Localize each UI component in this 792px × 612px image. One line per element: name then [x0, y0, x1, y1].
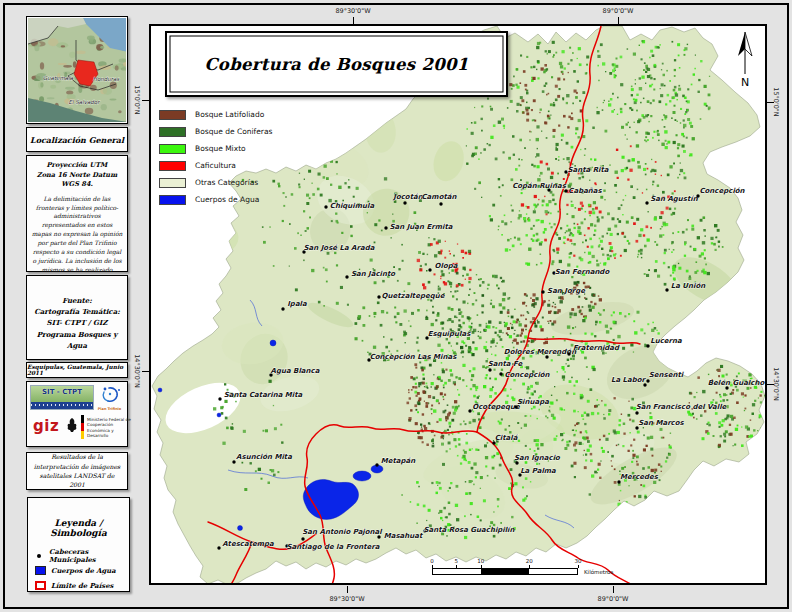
map-legend-label: Caficultura: [195, 161, 236, 170]
plan-trifinio-logo-text: Plan Trifinio: [96, 407, 123, 411]
legend-item-label: Cabeceras Municipales: [49, 548, 123, 564]
town-dot: [428, 268, 431, 271]
town-label: Cabañas: [568, 187, 602, 195]
town-label: Sensenti: [649, 371, 685, 379]
town-label: Quetzaltepeque: [382, 292, 446, 300]
locator-country-label: Guatemala: [43, 75, 74, 81]
town-dot: [696, 194, 699, 197]
coordinate-tick: [767, 102, 774, 103]
town-dot: [635, 411, 638, 414]
town-label: Santa Fe: [488, 360, 524, 368]
scale-tick-label: 0: [430, 558, 434, 564]
town-dot: [488, 368, 491, 371]
locator-country-label: El Salvador: [69, 99, 102, 105]
legend-title: Leyenda / Simbología: [34, 518, 123, 538]
town-dot: [514, 405, 517, 408]
sit-ctpt-logo-banner: [31, 402, 93, 409]
sit-ctpt-logo: SIT - CTPT: [30, 385, 94, 410]
town-label: Copán Ruinas: [512, 182, 567, 190]
north-label: N: [741, 76, 749, 89]
town-dot: [725, 386, 728, 389]
place-date: Esquipulas, Guatemala, Junio 2011: [27, 364, 127, 376]
town-label: Asunción Mita: [236, 453, 292, 461]
projection-line1: Proyección UTM: [31, 161, 123, 171]
town-dot: [377, 295, 380, 298]
legend-item-label: Cuerpos de Agua: [51, 567, 116, 575]
map-legend: Bosque LatifoliadoBosque de ConiferasBos…: [159, 106, 339, 208]
town-label: Masahuat: [384, 532, 424, 540]
town-dot: [301, 537, 304, 540]
scale-bar-segment: [481, 569, 529, 574]
town-dot: [345, 275, 348, 278]
source-panel: Fuente: Cartografía Temática: SIT- CTPT …: [26, 275, 128, 360]
town-label: Sinuapa: [517, 398, 549, 406]
town-label: Metapán: [381, 457, 417, 465]
map-legend-row: Cuerpos de Agua: [159, 191, 339, 208]
map-legend-swatch: [159, 161, 186, 171]
water-swatch-icon: [34, 566, 46, 576]
town-dot: [645, 201, 648, 204]
town-label: San Francisco del Valle: [636, 403, 728, 411]
town-dot: [617, 480, 620, 483]
scale-tick-label: 5: [455, 558, 459, 564]
scale-tick-label: 10: [477, 558, 484, 564]
legend-item-label: Límite de Países: [51, 582, 113, 590]
town-label: Camotán: [421, 193, 457, 201]
source-line4: Programa Bosques y Agua: [27, 329, 127, 351]
map-legend-row: Caficultura: [159, 157, 339, 174]
legend-item-agua: Cuerpos de Agua: [34, 563, 123, 578]
town-dot: [646, 344, 649, 347]
ministry-text: Ministerio Federal de Cooperación Económ…: [87, 417, 131, 438]
country-border-swatch-icon: [34, 581, 46, 591]
town-label: Jocotán: [392, 193, 423, 201]
projection-panel: Proyección UTM Zona 16 Norte Datum WGS 8…: [26, 155, 128, 272]
town-label: Olopa: [435, 262, 458, 270]
town-dot: [545, 355, 548, 358]
town-label: San Agustín: [650, 195, 699, 203]
map-legend-label: Bosque Mixto: [195, 144, 246, 153]
town-label: Fraternidad: [573, 344, 620, 352]
map-layout-page: GuatemalaHondurasEl Salvador Localizació…: [0, 0, 792, 612]
german-eagle-icon: [65, 416, 79, 436]
map-legend-label: Bosque Latifoliado: [195, 110, 264, 119]
town-dot: [635, 426, 638, 429]
town-label: San Jacinto: [351, 270, 396, 278]
scale-unit-label: Kilómetros: [584, 569, 613, 575]
results-note-panel: Resultados de la interpretación de imáge…: [26, 452, 128, 490]
town-label: Ocotepeque: [472, 403, 521, 411]
coordinate-tick: [142, 100, 149, 101]
coordinate-label: 89°0'0"W: [603, 7, 634, 15]
scale-tick: [578, 565, 579, 568]
scale-tick-label: 20: [526, 558, 533, 564]
logo-row-top: SIT - CTPT Plan Trifinio: [29, 384, 125, 411]
scale-tick: [456, 565, 457, 568]
town-label: Lucerna: [650, 337, 682, 345]
scale-bar: Kilómetros 05102030: [432, 558, 642, 584]
coordinate-tick: [767, 384, 774, 385]
map-legend-swatch: [159, 178, 186, 188]
town-label: San Ignacio: [514, 454, 561, 462]
scale-tick: [432, 565, 433, 568]
town-dot: [564, 189, 567, 192]
town-label: San Antonio Pajonal: [302, 528, 383, 536]
locator-title-panel: Localización General: [26, 127, 128, 152]
town-label: Dolores Merendón: [504, 348, 577, 356]
coordinate-tick: [613, 586, 614, 593]
town-label: Mercedes: [620, 473, 659, 481]
map-legend-swatch: [159, 144, 186, 154]
town-dot: [217, 546, 220, 549]
town-dot: [468, 409, 471, 412]
town-label: La Palma: [520, 467, 556, 475]
scale-tick: [529, 565, 530, 568]
town-dot: [646, 379, 649, 382]
coordinate-tick: [347, 586, 348, 593]
town-label: Santiago de la Frontera: [286, 543, 379, 551]
map-legend-row: Bosque Latifoliado: [159, 106, 339, 123]
map-legend-label: Bosque de Coniferas: [195, 127, 272, 136]
map-legend-swatch: [159, 195, 186, 205]
scale-bar-track: [432, 568, 578, 575]
map-legend-row: Otras Categorías: [159, 174, 339, 191]
town-label: San Jorge: [547, 287, 586, 295]
legend-item-cabeceras: Cabeceras Municipales: [34, 548, 123, 563]
town-dot: [567, 352, 570, 355]
